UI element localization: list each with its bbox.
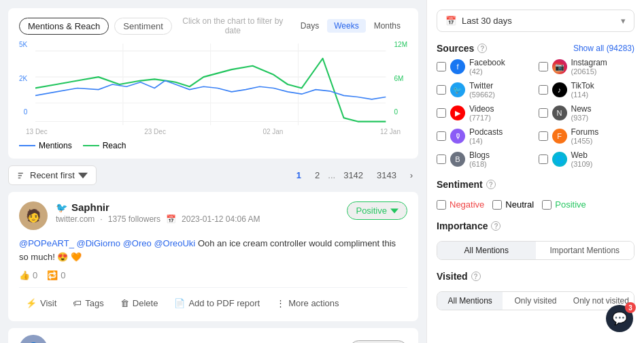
visited-all[interactable]: All Mentions [437,292,503,310]
importance-header: Importance ? [437,220,634,231]
sources-title: Sources ? [437,43,487,54]
show-all-link[interactable]: Show all (94283) [573,44,634,53]
time-tab-weeks[interactable]: Weeks [327,19,365,33]
pagination-next[interactable]: › [405,169,418,182]
time-tab-days[interactable]: Days [294,19,326,33]
stat-retweets: 🔁 0 [47,270,65,280]
y-right-mid: 6M [394,75,407,82]
source-forums-checkbox[interactable] [539,131,548,141]
avatar-2: 👤 [19,335,48,343]
source-instagram-count: (20615) [571,67,607,76]
page-2[interactable]: 2 [309,167,325,183]
avatar: 🧑 [19,201,48,230]
date-filter[interactable]: 📅 Last 30 days ▾ [437,10,634,32]
source-instagram: 📷 Instagram (20615) [539,58,635,76]
post-card-2: 👤 Irfanbilla20 Neutral [8,328,418,343]
sentiment-positive-cb[interactable] [542,200,552,210]
importance-buttons: All Mentions Important Mentions [437,241,634,260]
chart-svg-area[interactable] [35,44,386,125]
chart-header: Mentions & Reach Sentiment Click on the … [19,16,407,35]
legend-mentions-label: Mentions [39,141,72,150]
mention-1[interactable]: @POPeART_ [19,238,74,248]
y-left-bot: 0 [19,108,27,116]
source-news-checkbox[interactable] [539,108,548,118]
source-instagram-checkbox[interactable] [539,62,548,71]
action-tags[interactable]: 🏷 Tags [66,295,110,312]
time-tab-months[interactable]: Months [367,19,407,33]
source-news-count: (937) [571,114,592,122]
chart-legend: Mentions Reach [19,141,407,150]
post-card: 🧑 🐦 Saphnir twitter.com · 1375 followers… [8,192,418,321]
source-tiktok-count: (114) [571,91,594,99]
legend-reach: Reach [83,141,126,150]
retweet-icon: 🔁 [47,270,58,280]
visited-title: Visited ? [437,271,481,282]
page-1[interactable]: 1 [291,167,307,183]
post-meta: 🐦 Saphnir twitter.com · 1375 followers 📅… [56,201,339,224]
importance-all[interactable]: All Mentions [437,242,536,259]
chat-bubble[interactable]: 💬 3 [606,305,633,332]
sentiment-info-icon[interactable]: ? [486,180,496,189]
time-tabs: Days Weeks Months [294,19,407,33]
source-blogs-name: Blogs [469,150,490,160]
sort-label: Recent first [30,170,75,180]
source-facebook-checkbox[interactable] [437,62,446,71]
retweet-count: 0 [61,270,65,280]
visited-info-icon[interactable]: ? [471,272,481,281]
source-facebook-count: (42) [469,67,505,76]
chat-icon: 💬 [612,311,627,326]
y-left-mid: 2K [19,75,27,82]
source-facebook-name: Facebook [469,58,505,67]
sentiment-neutral-cb[interactable] [492,200,502,210]
author-row: 🐦 Saphnir [56,201,339,213]
importance-important[interactable]: Important Mentions [536,242,634,259]
sentiment-negative-cb[interactable] [437,200,446,210]
mention-3[interactable]: @Oreo [123,238,152,248]
source-tiktok-checkbox[interactable] [539,85,548,95]
more-label: More actions [288,298,339,308]
tab-mentions-reach[interactable]: Mentions & Reach [19,18,109,35]
sentiment-negative[interactable]: Negative [437,199,484,210]
sentiment-neutral-label: Neutral [505,199,534,210]
sentiment-badge[interactable]: Positive [347,201,407,220]
pdf-label: Add to PDF report [188,298,260,308]
source-blogs-checkbox[interactable] [437,154,446,164]
mention-2[interactable]: @DiGiorno [77,238,121,248]
chat-badge: 3 [625,302,636,313]
visited-only[interactable]: Only visited [503,292,568,310]
tab-sentiment[interactable]: Sentiment [114,18,172,35]
source-podcasts-count: (14) [469,137,503,145]
page-3142[interactable]: 3142 [338,167,369,183]
delete-icon: 🗑 [120,298,129,308]
source-twitter-checkbox[interactable] [437,85,446,95]
right-panel: 📅 Last 30 days ▾ Sources ? Show all (942… [426,0,644,343]
legend-reach-line [83,145,99,146]
mention-4[interactable]: @OreoUki [154,238,195,248]
post-body: Ooh an ice cream controller would compli… [19,238,396,262]
legend-mentions: Mentions [19,141,72,150]
source-web-checkbox[interactable] [539,154,548,164]
source-instagram-icon: 📷 [552,59,567,74]
left-panel: Mentions & Reach Sentiment Click on the … [0,0,426,343]
action-delete[interactable]: 🗑 Delete [114,295,165,312]
sources-grid: f Facebook (42) 📷 Instagram (20615) 🐦 [437,58,634,168]
page-3143[interactable]: 3143 [371,167,402,183]
importance-info-icon[interactable]: ? [491,221,501,231]
sentiment-title: Sentiment ? [437,179,496,190]
tags-icon: 🏷 [73,298,82,308]
visited-buttons: All Mentions Only visited Only not visit… [437,291,634,310]
sentiment-positive[interactable]: Positive [542,199,586,210]
sentiment-badge-2[interactable]: Neutral [350,340,407,344]
source-twitter-count: (59662) [469,91,495,99]
action-more[interactable]: ⋮ More actions [269,295,345,312]
action-visit[interactable]: ⚡ Visit [19,295,63,312]
sort-button[interactable]: Recent first [8,165,97,185]
source-videos-icon: ▶ [450,105,465,120]
sentiment-neutral[interactable]: Neutral [492,199,534,210]
sources-info-icon[interactable]: ? [477,44,487,53]
source-videos-checkbox[interactable] [437,108,446,118]
action-pdf[interactable]: 📄 Add to PDF report [167,295,267,312]
source-podcasts-checkbox[interactable] [437,131,446,141]
date-filter-arrow-icon: ▾ [621,16,626,26]
post-header: 🧑 🐦 Saphnir twitter.com · 1375 followers… [19,201,407,230]
